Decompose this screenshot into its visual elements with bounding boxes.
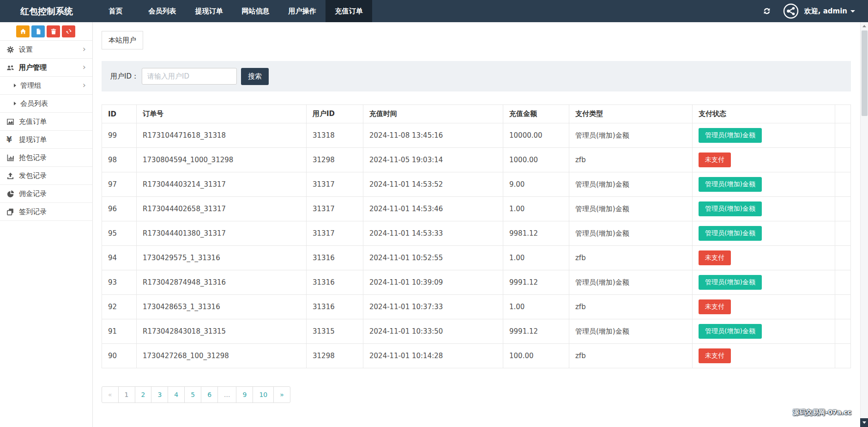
page-9[interactable]: 9	[236, 386, 253, 403]
pie-chart-icon	[6, 190, 19, 198]
scrollbar-thumb[interactable]	[862, 30, 868, 116]
payment-status-badge[interactable]: 未支付	[699, 348, 731, 363]
table-row: 95R173044401380_31317313172024-11-01 14:…	[102, 221, 851, 246]
user-menu[interactable]: 欢迎, admin	[804, 7, 855, 16]
cell-actions	[835, 221, 851, 246]
page-10[interactable]: 10	[253, 386, 274, 403]
sidebar-item-7[interactable]: 发包记录	[0, 167, 92, 185]
nav-item-3[interactable]: 网站信息	[232, 0, 279, 22]
payment-status-badge[interactable]: 未支付	[699, 152, 731, 167]
sidebar-item-6[interactable]: 抢包记录	[0, 149, 92, 167]
chevron-right-icon: ›	[83, 80, 86, 90]
sidebar-item-label: 充值订单	[19, 117, 47, 126]
payment-status-badge[interactable]: 管理员(增加)金额	[699, 275, 762, 290]
trash-button[interactable]	[47, 25, 60, 37]
cell-id: 99	[102, 123, 137, 148]
cell-order-no: R173044403214_31317	[137, 172, 307, 197]
page-6[interactable]: 6	[201, 386, 218, 403]
sidebar-item-label: 发包记录	[19, 171, 47, 180]
nav-item-4[interactable]: 用户操作	[279, 0, 326, 22]
payment-status-badge[interactable]: 管理员(增加)金额	[699, 177, 762, 192]
cell-pay-type: 管理员(增加)金额	[569, 270, 693, 295]
nav-item-2[interactable]: 提现订单	[186, 0, 232, 22]
cell-amount: 9991.12	[503, 319, 569, 344]
cell-user-id: 31298	[307, 344, 363, 368]
nav-item-1[interactable]: 会员列表	[139, 0, 186, 22]
column-header: 支付状态	[693, 105, 835, 123]
payment-status-badge[interactable]: 未支付	[699, 250, 731, 265]
sidebar-item-label: 签到记录	[19, 207, 47, 216]
cell-id: 95	[102, 221, 137, 246]
payment-status-badge[interactable]: 管理员(增加)金额	[699, 226, 762, 241]
recycle-button[interactable]	[62, 25, 75, 37]
cell-id: 90	[102, 344, 137, 368]
payment-status-badge[interactable]: 管理员(增加)金额	[699, 128, 762, 143]
nav-item-0[interactable]: 首页	[92, 0, 139, 22]
page-5[interactable]: 5	[184, 386, 201, 403]
sidebar-item-3[interactable]: 会员列表	[0, 95, 92, 113]
caret-down-icon	[850, 10, 855, 12]
sidebar-item-8[interactable]: 佣金记录	[0, 185, 92, 203]
tab-site-users[interactable]: 本站用户	[102, 31, 143, 49]
cell-id: 96	[102, 197, 137, 221]
cell-actions	[835, 148, 851, 172]
page-3[interactable]: 3	[151, 386, 168, 403]
cell-recharge-time: 2024-11-01 10:33:50	[363, 319, 503, 344]
sidebar-item-1[interactable]: 用户管理›	[0, 59, 92, 77]
home-button[interactable]	[16, 25, 30, 37]
payment-status-badge[interactable]: 管理员(增加)金额	[699, 324, 762, 339]
cell-pay-status: 未支付	[693, 295, 835, 319]
caret-right-icon	[14, 84, 16, 87]
cell-recharge-time: 2024-11-01 10:39:09	[363, 270, 503, 295]
nav-item-5[interactable]: 充值订单	[326, 0, 372, 22]
cell-pay-type: 管理员(增加)金额	[569, 123, 693, 148]
cell-user-id: 31316	[307, 270, 363, 295]
cell-order-no: 1730428653_1_31316	[137, 295, 307, 319]
app-brand[interactable]: 红包控制系统	[0, 0, 92, 22]
table-row: 921730428653_1_31316313162024-11-01 10:3…	[102, 295, 851, 319]
cell-user-id: 31298	[307, 148, 363, 172]
users-icon	[6, 64, 19, 72]
user-id-input[interactable]	[142, 68, 237, 85]
cell-user-id: 31317	[307, 197, 363, 221]
page-1: 1	[118, 386, 135, 403]
column-header: ID	[102, 105, 137, 123]
table-row: 97R173044403214_31317313172024-11-01 14:…	[102, 172, 851, 197]
vertical-scrollbar[interactable]	[860, 22, 868, 427]
sidebar-quick-buttons	[0, 22, 92, 41]
cell-recharge-time: 2024-11-01 14:53:52	[363, 172, 503, 197]
file-button[interactable]	[31, 25, 45, 37]
sidebar-item-9[interactable]: 签到记录	[0, 203, 92, 221]
page-4[interactable]: 4	[168, 386, 185, 403]
sidebar-item-label: 设置	[19, 45, 33, 54]
cell-order-no: R173044402658_31317	[137, 197, 307, 221]
avatar[interactable]	[783, 3, 799, 19]
cell-amount: 100.00	[503, 344, 569, 368]
cell-pay-type: 管理员(增加)金额	[569, 172, 693, 197]
column-header: 充值金额	[503, 105, 569, 123]
payment-status-badge[interactable]: 未支付	[699, 299, 731, 314]
sidebar-item-5[interactable]: ¥提现订单	[0, 131, 92, 149]
cell-order-no: R173044401380_31317	[137, 221, 307, 246]
sidebar-item-2[interactable]: 管理组›	[0, 77, 92, 95]
cell-pay-type: 管理员(增加)金额	[569, 319, 693, 344]
page-2[interactable]: 2	[135, 386, 152, 403]
scroll-up-icon[interactable]	[861, 22, 868, 30]
sidebar-item-0[interactable]: 设置›	[0, 41, 92, 59]
cell-actions	[835, 172, 851, 197]
table-row: 941730429575_1_31316313162024-11-01 10:5…	[102, 246, 851, 270]
cell-pay-status: 管理员(增加)金额	[693, 172, 835, 197]
sidebar-item-4[interactable]: 充值订单	[0, 113, 92, 131]
cell-recharge-time: 2024-11-01 10:14:28	[363, 344, 503, 368]
search-button[interactable]: 搜索	[241, 68, 269, 85]
cell-pay-status: 未支付	[693, 246, 835, 270]
user-id-label: 用户ID：	[110, 72, 139, 81]
page-»[interactable]: »	[273, 386, 290, 403]
payment-status-badge[interactable]: 管理员(增加)金额	[699, 201, 762, 216]
page-...: ...	[217, 386, 236, 403]
cell-pay-status: 管理员(增加)金额	[693, 197, 835, 221]
refresh-icon[interactable]	[763, 7, 771, 15]
scroll-down-icon[interactable]	[860, 418, 868, 427]
column-header: 充值时间	[363, 105, 503, 123]
gears-icon	[6, 46, 19, 54]
